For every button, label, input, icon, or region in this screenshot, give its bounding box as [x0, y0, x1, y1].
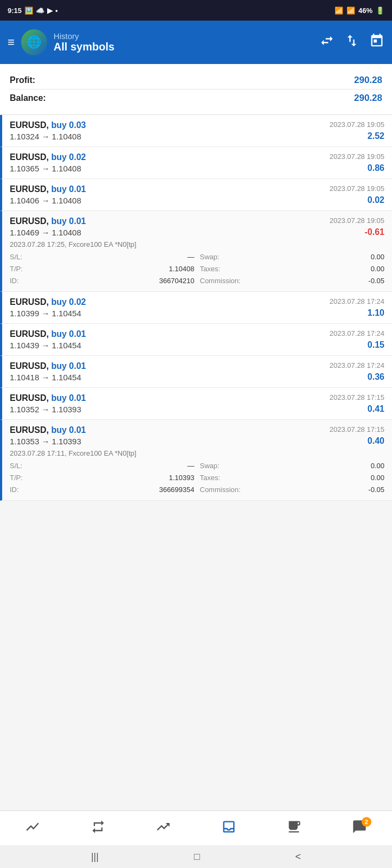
photo-icon: 🖼️ — [24, 7, 33, 15]
sl-row: S/L: — — [10, 252, 195, 262]
play-icon: ▶ — [47, 7, 53, 15]
trade-list: EURUSD, buy 0.03 2023.07.28 19:05 1.1032… — [0, 115, 392, 501]
trade-symbol: EURUSD, — [10, 393, 49, 403]
sl-row: S/L: — — [10, 461, 195, 471]
android-nav-bar: ||| □ < — [0, 845, 392, 868]
nav-news[interactable] — [286, 819, 301, 838]
balance-label: Balance: — [10, 93, 46, 103]
id-value: 366699354 — [159, 486, 194, 494]
sl-label: S/L: — [10, 253, 22, 261]
analysis-icon — [156, 819, 171, 838]
trade-profit: 0.36 — [368, 372, 384, 382]
trade-symbol: EURUSD, — [10, 329, 49, 339]
wifi-icon: 📶 — [335, 7, 343, 15]
trade-date: 2023.07.28 17:15 — [330, 393, 384, 401]
trade-item-expanded[interactable]: EURUSD, buy 0.01 2023.07.28 19:05 1.1046… — [0, 211, 392, 292]
trade-action: buy 0.01 — [51, 184, 86, 194]
trade-date: 2023.07.28 17:24 — [330, 297, 384, 305]
chart-icon — [25, 819, 40, 838]
swap-row: Swap: 0.00 — [200, 461, 385, 471]
trade-item-expanded[interactable]: EURUSD, buy 0.01 2023.07.28 17:15 1.1035… — [0, 420, 392, 501]
commission-value: -0.05 — [368, 486, 384, 494]
nav-trading[interactable] — [91, 819, 106, 838]
android-recents-button[interactable]: ||| — [91, 851, 99, 863]
swap-label: Swap: — [200, 253, 220, 261]
trade-item[interactable]: EURUSD, buy 0.01 2023.07.28 17:24 1.1041… — [0, 356, 392, 388]
nav-chart[interactable] — [25, 819, 40, 838]
calendar-button[interactable] — [369, 33, 384, 52]
commission-row: Commission: -0.05 — [200, 276, 385, 286]
trade-item[interactable]: EURUSD, buy 0.02 2023.07.28 19:05 1.1036… — [0, 147, 392, 179]
taxes-value: 0.00 — [371, 474, 384, 482]
tp-value: 1.10393 — [169, 474, 195, 482]
tp-value: 1.10408 — [169, 265, 195, 273]
trade-profit: 0.15 — [368, 340, 384, 350]
trade-symbol: EURUSD, — [10, 216, 49, 226]
tp-row: T/P: 1.10393 — [10, 473, 195, 483]
trade-symbol: EURUSD, — [10, 152, 49, 162]
trade-profit: 0.02 — [368, 195, 384, 205]
commission-label: Commission: — [200, 277, 241, 285]
sl-value: — — [188, 253, 195, 261]
trade-prices: 1.10469 → 1.10408 — [10, 228, 81, 237]
trade-item[interactable]: EURUSD, buy 0.02 2023.07.28 17:24 1.1039… — [0, 292, 392, 324]
trade-item[interactable]: EURUSD, buy 0.01 2023.07.28 17:24 1.1043… — [0, 324, 392, 356]
nav-chat[interactable]: 2 — [352, 819, 367, 838]
tp-label: T/P: — [10, 474, 23, 482]
trade-item[interactable]: EURUSD, buy 0.01 2023.07.28 17:15 1.1035… — [0, 388, 392, 420]
taxes-row: Taxes: 0.00 — [200, 473, 385, 483]
trade-item[interactable]: EURUSD, buy 0.03 2023.07.28 19:05 1.1032… — [0, 115, 392, 147]
id-label: ID: — [10, 486, 19, 494]
id-label: ID: — [10, 277, 19, 285]
trade-prices: 1.10418 → 1.10454 — [10, 373, 81, 382]
sort-button[interactable] — [344, 33, 359, 52]
trade-date: 2023.07.28 17:15 — [330, 425, 384, 433]
balance-value: 290.28 — [354, 93, 382, 104]
chat-icon: 2 — [352, 819, 367, 838]
status-left: 9:15 🖼️ ☁️ ▶ • — [8, 7, 58, 15]
trade-action: buy 0.01 — [51, 425, 86, 435]
trade-prices: 1.10406 → 1.10408 — [10, 196, 81, 205]
trade-profit: 0.41 — [368, 404, 384, 414]
id-row: ID: 366699354 — [10, 484, 195, 495]
avatar-emoji: 🌐 — [27, 35, 41, 49]
header-title: All symbols — [54, 41, 313, 53]
android-home-button[interactable]: □ — [194, 851, 200, 863]
signal-icon: 📶 — [346, 7, 355, 15]
trade-action: buy 0.01 — [51, 361, 86, 371]
swap-value: 0.00 — [371, 462, 384, 470]
trade-action: buy 0.03 — [51, 120, 86, 130]
currency-exchange-button[interactable] — [319, 33, 335, 52]
trade-symbol: EURUSD, — [10, 425, 49, 435]
taxes-label: Taxes: — [200, 474, 221, 482]
android-back-button[interactable]: < — [295, 851, 301, 863]
menu-button[interactable]: ≡ — [8, 35, 15, 49]
battery-display: 46% — [358, 7, 372, 15]
profit-value: 290.28 — [354, 75, 382, 86]
trade-profit: 1.10 — [368, 308, 384, 318]
trade-action: buy 0.01 — [51, 216, 86, 226]
trade-date: 2023.07.28 19:05 — [330, 152, 384, 161]
trade-profit: -0.61 — [365, 227, 384, 237]
trade-item[interactable]: EURUSD, buy 0.01 2023.07.28 19:05 1.1040… — [0, 179, 392, 211]
battery-icon: 🔋 — [376, 7, 384, 15]
trade-symbol: EURUSD, — [10, 361, 49, 371]
trade-prices: 1.10399 → 1.10454 — [10, 309, 81, 318]
trade-date: 2023.07.28 19:05 — [330, 120, 384, 129]
taxes-row: Taxes: 0.00 — [200, 264, 385, 274]
trade-action: buy 0.01 — [51, 329, 86, 339]
profit-row: Profit: 290.28 — [10, 72, 382, 90]
trade-details: 2023.07.28 17:11, Fxcore100 EA *N0[tp] S… — [10, 449, 384, 495]
inbox-icon — [221, 819, 236, 838]
commission-label: Commission: — [200, 486, 241, 494]
status-bar: 9:15 🖼️ ☁️ ▶ • 📶 📶 46% 🔋 — [0, 0, 392, 21]
trade-action: buy 0.01 — [51, 393, 86, 403]
trade-date: 2023.07.28 19:05 — [330, 216, 384, 225]
header-title-group: History All symbols — [54, 31, 313, 53]
id-value: 366704210 — [159, 277, 194, 285]
nav-inbox[interactable] — [221, 819, 236, 838]
swap-row: Swap: 0.00 — [200, 252, 385, 262]
commission-value: -0.05 — [368, 277, 384, 285]
nav-analysis[interactable] — [156, 819, 171, 838]
tp-row: T/P: 1.10408 — [10, 264, 195, 274]
